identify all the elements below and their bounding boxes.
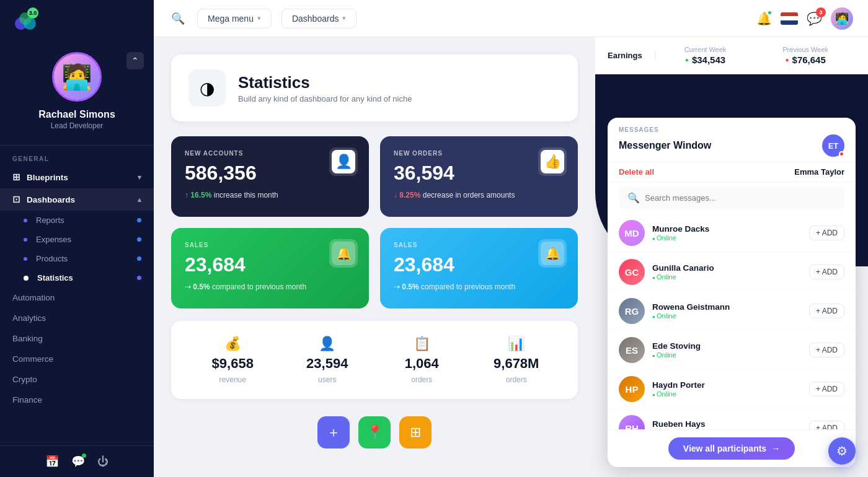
sidebar-item-dashboards[interactable]: ⊡ Dashboards ▴: [0, 188, 154, 211]
content-area: ◑ Statistics Build any kind of dashboard…: [154, 37, 868, 477]
notification-bell-icon[interactable]: 🔔: [756, 11, 772, 26]
add-rowena-button[interactable]: + ADD: [809, 304, 844, 318]
orders-icon: 📋: [414, 336, 430, 352]
add-action-button[interactable]: ＋: [317, 416, 350, 449]
orders-value: 1,064: [405, 356, 439, 372]
messenger-footer: View all participants →: [608, 429, 856, 467]
current-user-label: Emma Taylor: [794, 167, 844, 177]
contact-status-rowena: Online: [652, 312, 802, 320]
search-button[interactable]: 🔍: [169, 9, 187, 28]
contact-status-haydn: Online: [652, 390, 802, 398]
profile-toggle-button[interactable]: ⌃: [126, 52, 144, 69]
previous-week-dot: ●: [786, 56, 789, 63]
orders-m-label: orders: [506, 375, 527, 384]
sidebar-item-statistics[interactable]: Statistics: [0, 268, 154, 287]
sidebar-item-crypto[interactable]: Crypto: [0, 369, 154, 390]
contacts-list: MD Munroe Dacks Online + ADD GC Gunilla …: [608, 214, 856, 429]
revenue-label: revenue: [219, 375, 246, 384]
dashboards-menu-button[interactable]: Dashboards ▾: [281, 9, 357, 28]
reports-bullet: [24, 219, 27, 222]
contact-item: MD Munroe Dacks Online + ADD: [608, 214, 856, 253]
center-panel: ◑ Statistics Build any kind of dashboard…: [154, 37, 595, 477]
add-haydn-button[interactable]: + ADD: [809, 382, 844, 396]
sidebar-item-expenses[interactable]: Expenses: [0, 230, 154, 249]
blueprints-label: Blueprints: [27, 173, 68, 182]
contact-item: HP Haydn Porter Online + ADD: [608, 370, 856, 409]
add-munroe-button[interactable]: + ADD: [809, 225, 844, 240]
contact-status-munroe: Online: [652, 234, 802, 242]
sidebar-item-finance[interactable]: Finance: [0, 390, 154, 410]
stat-card-new-orders: NEW ORDERS 36,594 ↓ 8.25% decrease in or…: [380, 136, 578, 217]
reports-label: Reports: [36, 216, 64, 225]
sidebar-item-banking[interactable]: Banking: [0, 328, 154, 349]
current-week-dot: ●: [685, 56, 689, 63]
contact-name-ede: Ede Stoving: [652, 341, 802, 351]
contact-name-rowena: Rowena Geistmann: [652, 302, 802, 312]
stats-grid: NEW ACCOUNTS 586,356 ↑ 16.5% increase th…: [171, 136, 578, 309]
chat-badge: 3: [816, 7, 826, 17]
mega-menu-button[interactable]: Mega menu ▾: [197, 9, 272, 28]
statistics-label: Statistics: [37, 273, 73, 282]
expenses-bullet: [24, 238, 27, 242]
chat-notification-dot: [82, 453, 86, 458]
location-action-button[interactable]: 📍: [358, 416, 391, 449]
contact-item: ES Ede Stoving Online + ADD: [608, 331, 856, 370]
previous-week-label: Previous Week: [782, 46, 828, 53]
avatar: 🧑‍💻: [52, 52, 102, 102]
finance-label: Finance: [12, 395, 42, 405]
calendar-icon[interactable]: 📅: [45, 455, 59, 468]
contact-name-rueben: Rueben Hays: [652, 419, 802, 429]
sales-blue-icon: 🔔: [538, 239, 567, 268]
add-rueben-button[interactable]: + ADD: [809, 421, 844, 429]
summary-orders-m: 📊 9,678M orders: [472, 336, 561, 384]
crypto-label: Crypto: [12, 375, 37, 384]
contact-status-ede: Online: [652, 351, 802, 359]
previous-week-earnings: Previous Week ● $76,645: [755, 46, 856, 65]
revenue-value: $9,658: [212, 356, 254, 372]
view-all-participants-button[interactable]: View all participants →: [668, 437, 795, 460]
chat-message-icon[interactable]: 💬 3: [807, 11, 822, 26]
revenue-icon: 💰: [224, 336, 241, 352]
user-avatar-topbar[interactable]: 🧑‍💻: [831, 7, 853, 30]
sidebar: 3.0 ⌃ 🧑‍💻 Rachael Simons Lead Developer …: [0, 0, 154, 477]
sidebar-item-analytics[interactable]: Analytics: [0, 308, 154, 328]
grid-action-button[interactable]: ⊞: [399, 416, 432, 449]
contact-avatar-munroe: MD: [619, 220, 645, 246]
sidebar-item-reports[interactable]: Reports: [0, 211, 154, 230]
summary-users: 👤 23,594 users: [283, 336, 372, 384]
sidebar-item-automation[interactable]: Automation: [0, 287, 154, 308]
users-value: 23,594: [306, 356, 348, 372]
delete-all-button[interactable]: Delete all: [619, 167, 654, 177]
settings-fab-button[interactable]: ⚙: [828, 437, 856, 465]
chat-icon[interactable]: 💬: [71, 455, 85, 468]
messenger-title: Messenger Window: [619, 140, 711, 151]
contact-name-munroe: Munroe Dacks: [652, 224, 802, 234]
add-ede-button[interactable]: + ADD: [809, 343, 844, 357]
new-accounts-change: ↑ 16.5% increase this month: [185, 191, 355, 199]
sidebar-bottom: 📅 💬 ⏻: [0, 445, 154, 477]
current-user-avatar[interactable]: ET: [822, 134, 844, 157]
sidebar-item-products[interactable]: Products: [0, 249, 154, 268]
contact-name-gunilla: Gunilla Canario: [652, 263, 802, 273]
new-accounts-icon: 👤: [329, 147, 358, 176]
action-buttons-row: ＋ 📍 ⊞: [171, 411, 578, 453]
orders-m-icon: 📊: [508, 336, 525, 352]
expenses-label: Expenses: [36, 235, 71, 244]
mega-menu-chevron: ▾: [257, 14, 261, 22]
users-icon: 👤: [319, 336, 335, 352]
users-label: users: [318, 375, 336, 384]
messenger-panel: MESSAGES Messenger Window ET Delete all …: [608, 118, 856, 467]
message-search-bar: 🔍: [619, 187, 844, 209]
dashboards-icon: ⊡: [12, 194, 20, 205]
products-bullet: [24, 257, 27, 261]
header-pie-icon: ◑: [200, 78, 215, 98]
language-flag[interactable]: [781, 12, 798, 25]
chevron-down-icon: ▾: [138, 173, 141, 182]
add-gunilla-button[interactable]: + ADD: [809, 265, 844, 279]
sidebar-item-commerce[interactable]: Commerce: [0, 349, 154, 369]
message-search-input[interactable]: [645, 193, 836, 203]
profile-name: Rachael Simons: [38, 109, 115, 120]
current-week-amount: ● $34,543: [685, 55, 725, 65]
power-icon[interactable]: ⏻: [97, 455, 108, 468]
sidebar-item-blueprints[interactable]: ⊞ Blueprints ▾: [0, 166, 154, 188]
